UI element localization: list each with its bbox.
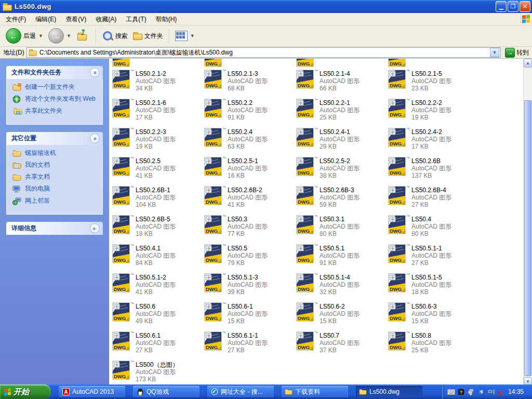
address-input[interactable]: C:\Documents and Settings\Administrator\…	[26, 47, 501, 58]
vertical-scrollbar[interactable]: ▲ ▼	[523, 59, 532, 386]
file-item[interactable]: DWG™LS50.2.6B-3AutoCAD 图形59 KB	[296, 184, 388, 214]
file-item-partial[interactable]: DWG	[388, 59, 480, 68]
file-item[interactable]: DWG™LS50.2.5AutoCAD 图形41 KB	[112, 155, 204, 184]
close-button[interactable]: ✕	[520, 1, 530, 12]
file-item[interactable]: DWG™LS50.5.1-2AutoCAD 图形41 KB	[112, 272, 204, 301]
taskbar-task[interactable]: 下载资料	[282, 386, 348, 397]
sidebar-item[interactable]: 共享此文件夹	[12, 107, 100, 115]
file-item[interactable]: DWG™LS50.5.1-1AutoCAD 图形27 KB	[388, 243, 480, 272]
file-item[interactable]: DWG™LS50.5AutoCAD 图形79 KB	[204, 243, 296, 272]
menu-item[interactable]: 文件(F)	[1, 14, 31, 24]
back-button[interactable]: ← 后退 ▼	[3, 27, 46, 45]
file-item[interactable]: DWG™LS50.2.4-1AutoCAD 图形29 KB	[296, 126, 388, 155]
chevron-up-icon[interactable]: »	[90, 68, 100, 77]
file-item[interactable]: DWG™LS50.8AutoCAD 图形25 KB	[388, 330, 480, 359]
file-item[interactable]: DWG™LS50.2.2-1AutoCAD 图形25 KB	[296, 97, 388, 126]
file-item[interactable]: DWG™LS50.5.1-3AutoCAD 图形39 KB	[204, 272, 296, 301]
menu-item[interactable]: 帮助(H)	[151, 14, 182, 24]
chevron-down-icon[interactable]: »	[90, 223, 100, 233]
file-item[interactable]: DWG™LS50.2.5-2AutoCAD 图形38 KB	[296, 155, 388, 184]
input-method-icon[interactable]	[447, 388, 455, 396]
file-item[interactable]: DWG™LS500（总图）AutoCAD 图形173 KB	[112, 359, 204, 386]
help-icon[interactable]: ?	[457, 388, 465, 396]
file-item[interactable]: DWG™LS50.2.2-2AutoCAD 图形19 KB	[388, 97, 480, 126]
file-item-partial[interactable]: DWG	[204, 59, 296, 68]
file-item[interactable]: DWG™LS50.2.4AutoCAD 图形63 KB	[204, 126, 296, 155]
file-item[interactable]: DWG™LS50.5.1AutoCAD 图形91 KB	[296, 243, 388, 272]
file-item[interactable]: DWG™LS50.2.6B-2AutoCAD 图形41 KB	[204, 184, 296, 214]
file-item[interactable]: DWG™LS50.2.4-2AutoCAD 图形17 KB	[388, 126, 480, 155]
file-item[interactable]: DWG™LS50.2.6B-1AutoCAD 图形104 KB	[112, 184, 204, 214]
taskbar-task[interactable]: QQ游戏	[133, 386, 200, 397]
file-item-partial[interactable]: DWG	[112, 59, 204, 68]
file-item[interactable]: DWG™LS50.7AutoCAD 图形37 KB	[296, 330, 388, 359]
file-item[interactable]: DWG™LS50.2.6BAutoCAD 图形137 KB	[388, 155, 480, 184]
address-path[interactable]: C:\Documents and Settings\Administrator\…	[39, 48, 488, 57]
file-item[interactable]: DWG™LS50.3AutoCAD 图形77 KB	[204, 214, 296, 243]
up-button[interactable]: ⤴	[74, 29, 92, 43]
file-item[interactable]: DWG™LS50.6-1AutoCAD 图形15 KB	[204, 301, 296, 330]
menu-item[interactable]: 工具(T)	[121, 14, 151, 24]
file-item[interactable]: DWG™LS50.4AutoCAD 图形80 KB	[388, 214, 480, 243]
panel-header-details[interactable]: 详细信息»	[6, 222, 103, 235]
start-button[interactable]: 开始	[0, 384, 50, 399]
go-button[interactable]: → 转到	[503, 48, 531, 58]
search-button[interactable]: 搜索	[99, 29, 130, 43]
taskbar-task[interactable]: AAutoCAD 2013	[59, 386, 125, 397]
file-item[interactable]: DWG™LS50.5.1-5AutoCAD 图形18 KB	[388, 272, 480, 301]
sidebar-item[interactable]: 我的文档	[12, 161, 100, 169]
file-item[interactable]: DWG™LS50.6.1AutoCAD 图形27 KB	[112, 330, 204, 359]
taskbar-task[interactable]: Ls500.dwg	[356, 386, 422, 397]
updates-icon[interactable]	[467, 388, 475, 396]
sidebar-item[interactable]: 创建一个新文件夹	[12, 83, 100, 91]
taskbar-task[interactable]: 网址大全 - 搜...	[207, 386, 274, 397]
file-item[interactable]: DWG™LS50.6-3AutoCAD 图形15 KB	[388, 301, 480, 330]
media-icon[interactable]	[477, 388, 485, 396]
menu-item[interactable]: 查看(V)	[61, 14, 91, 24]
scrollbar-thumb[interactable]	[524, 100, 531, 376]
file-item[interactable]: DWG™LS50.2.1-5AutoCAD 图形23 KB	[388, 68, 480, 97]
panel-header-file-tasks[interactable]: 文件和文件夹任务»	[6, 66, 103, 79]
scrollbar-track[interactable]	[524, 68, 532, 377]
file-item[interactable]: DWG™LS50.2.1-2AutoCAD 图形34 KB	[112, 68, 204, 97]
views-button[interactable]: ▼	[172, 30, 197, 42]
file-item[interactable]: DWG™LS50.2.5-1AutoCAD 图形16 KB	[204, 155, 296, 184]
views-dropdown-icon[interactable]: ▼	[190, 33, 195, 38]
file-item[interactable]: DWG™LS50.2.2AutoCAD 图形91 KB	[204, 97, 296, 126]
back-dropdown-icon[interactable]: ▼	[38, 33, 43, 38]
minimize-button[interactable]: ▁	[496, 1, 507, 12]
file-item[interactable]: DWG™LS50.3.1AutoCAD 图形80 KB	[296, 214, 388, 243]
sidebar-item[interactable]: 网上邻居	[12, 197, 100, 205]
menu-item[interactable]: 编辑(E)	[31, 14, 61, 24]
folders-button[interactable]: 文件夹	[130, 31, 166, 42]
network-icon[interactable]	[487, 388, 495, 396]
antivirus-icon[interactable]: K	[497, 388, 504, 396]
file-item[interactable]: DWG™LS50.6AutoCAD 图形49 KB	[112, 301, 204, 330]
file-item-partial[interactable]: DWG	[296, 59, 388, 68]
file-item[interactable]: DWG™LS50.5.1-4AutoCAD 图形32 KB	[296, 272, 388, 301]
chevron-up-icon[interactable]: »	[90, 134, 100, 143]
scroll-up-icon[interactable]: ▲	[524, 59, 532, 68]
sidebar-item[interactable]: 共享文档	[12, 173, 100, 181]
address-dropdown-icon[interactable]: ▼	[490, 48, 499, 57]
forward-dropdown-icon[interactable]: ▼	[66, 33, 71, 38]
sidebar-item[interactable]: 将这个文件夹发布到 Web	[12, 95, 100, 103]
file-item[interactable]: DWG™LS50.2.1-3AutoCAD 图形68 KB	[204, 68, 296, 97]
file-item[interactable]: DWG™LS50.4.1AutoCAD 图形84 KB	[112, 243, 204, 272]
panel-header-other-places[interactable]: 其它位置»	[6, 132, 103, 145]
file-item[interactable]: DWG™LS50.2.2-3AutoCAD 图形19 KB	[112, 126, 204, 155]
file-type: AutoCAD 图形	[411, 107, 451, 114]
sidebar-item[interactable]: 我的电脑	[12, 185, 100, 193]
file-item[interactable]: DWG™LS50.2.6B-5AutoCAD 图形18 KB	[112, 214, 204, 243]
file-item[interactable]: DWG™LS50.2.1-4AutoCAD 图形66 KB	[296, 68, 388, 97]
file-item[interactable]: DWG™LS50.6-2AutoCAD 图形15 KB	[296, 301, 388, 330]
panel-title: 详细信息	[11, 224, 36, 233]
dwg-file-icon: DWG™	[296, 273, 320, 295]
file-item[interactable]: DWG™LS50.2.1-6AutoCAD 图形17 KB	[112, 97, 204, 126]
menu-item[interactable]: 收藏(A)	[91, 14, 121, 24]
file-item[interactable]: DWG™LS50.6.1-1AutoCAD 图形27 KB	[204, 330, 296, 359]
restore-button[interactable]: ❐	[508, 1, 518, 12]
file-item[interactable]: DWG™LS50.2.6B-4AutoCAD 图形27 KB	[388, 184, 480, 214]
forward-button[interactable]: → ▼	[46, 27, 74, 45]
sidebar-item[interactable]: 螺旋输送机	[12, 149, 100, 157]
